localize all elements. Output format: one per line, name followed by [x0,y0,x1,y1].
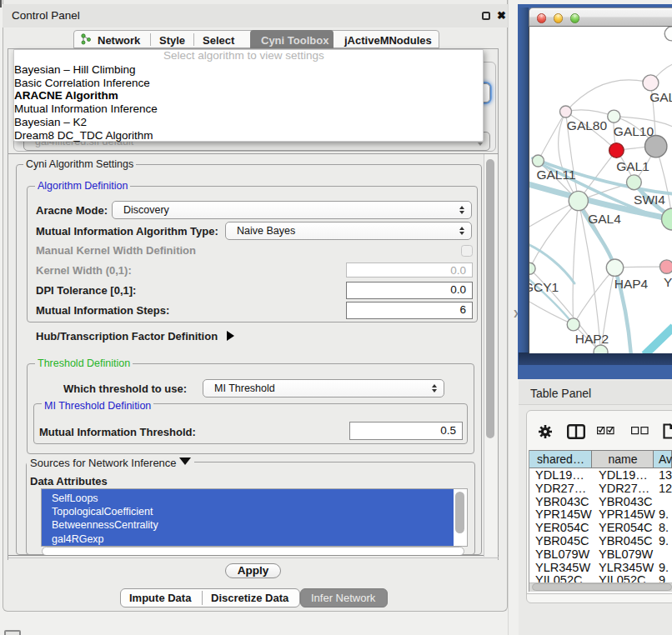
svg-text:GAL4: GAL4 [588,212,621,226]
svg-text:YJ: YJ [664,275,672,289]
svg-text:GCY1: GCY1 [529,280,559,294]
svg-text:GAL11: GAL11 [536,168,575,182]
svg-text:GAL1: GAL1 [616,159,649,173]
svg-text:SWI4: SWI4 [634,192,665,207]
svg-text:HAP4: HAP4 [614,277,649,291]
svg-text:GAL7: GAL7 [649,90,672,104]
svg-text:HAP2: HAP2 [575,332,609,346]
svg-text:GAL10: GAL10 [614,124,654,138]
svg-text:GAL80: GAL80 [567,118,608,132]
